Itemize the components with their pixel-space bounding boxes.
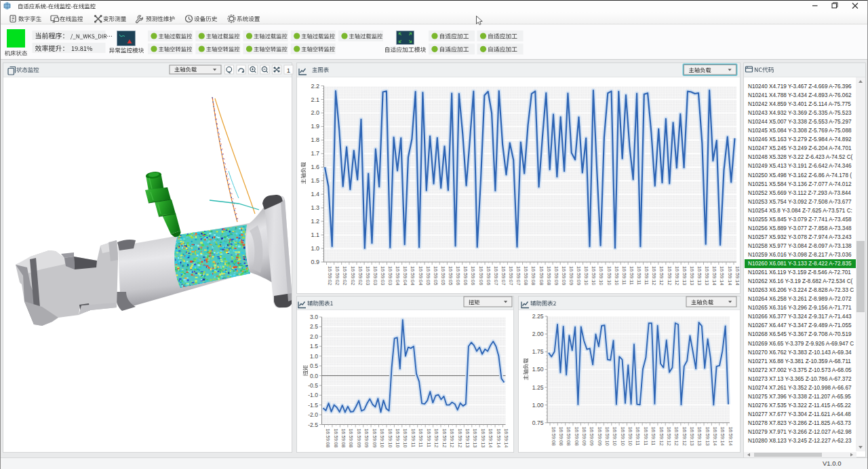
svg-text:16:59:13: 16:59:13 xyxy=(689,266,695,285)
svg-text:16:59:12: 16:59:12 xyxy=(667,266,673,285)
svg-text:2.00: 2.00 xyxy=(532,331,544,337)
svg-text:0.9: 0.9 xyxy=(311,259,319,265)
svg-text:16:59:14: 16:59:14 xyxy=(719,266,725,285)
svg-text:16:59:14: 16:59:14 xyxy=(712,427,718,446)
svg-text:16:59:10: 16:59:10 xyxy=(627,427,633,446)
svg-text:16:59:13: 16:59:13 xyxy=(465,429,471,448)
svg-text:16:59:14: 16:59:14 xyxy=(488,429,494,448)
svg-text:16:59:05: 16:59:05 xyxy=(433,266,439,285)
svg-text:16:59:07: 16:59:07 xyxy=(515,266,521,285)
svg-text:16:59:12: 16:59:12 xyxy=(673,427,679,446)
svg-text:-1.0: -1.0 xyxy=(308,392,318,398)
svg-text:16:59:06: 16:59:06 xyxy=(478,266,484,285)
svg-text:16:59:07: 16:59:07 xyxy=(500,266,507,285)
svg-text:1.2: 1.2 xyxy=(311,218,319,225)
svg-text:1.50: 1.50 xyxy=(532,366,544,373)
svg-text:0.0: 0.0 xyxy=(310,373,318,379)
svg-text:16:59:08: 16:59:08 xyxy=(340,429,347,448)
svg-text:16:59:06: 16:59:06 xyxy=(462,266,469,285)
svg-text:16:59:09: 16:59:09 xyxy=(576,266,582,285)
svg-text:16:59:05: 16:59:05 xyxy=(425,266,431,285)
svg-text:16:59:11: 16:59:11 xyxy=(650,427,656,445)
svg-text:16:59:06: 16:59:06 xyxy=(486,266,492,285)
svg-text:16:59:08: 16:59:08 xyxy=(538,266,545,285)
svg-text:1.5: 1.5 xyxy=(311,177,319,184)
svg-text:1.5: 1.5 xyxy=(310,343,318,350)
svg-text:16:59:12: 16:59:12 xyxy=(449,429,455,448)
svg-text:16:59:14: 16:59:14 xyxy=(503,429,509,448)
svg-text:16:59:03: 16:59:03 xyxy=(387,266,393,285)
svg-text:1.1: 1.1 xyxy=(311,231,319,238)
svg-text:16:59:02: 16:59:02 xyxy=(327,266,333,285)
svg-text:16:59:13: 16:59:13 xyxy=(689,427,695,446)
svg-text:16:59:11: 16:59:11 xyxy=(644,266,650,285)
svg-text:16:59:10: 16:59:10 xyxy=(395,429,401,448)
svg-text:16:59:07: 16:59:07 xyxy=(493,266,499,285)
svg-text:16:59:05: 16:59:05 xyxy=(440,266,446,285)
svg-text:2.5: 2.5 xyxy=(310,323,318,330)
svg-text:16:59:14: 16:59:14 xyxy=(734,266,741,285)
svg-text:16:59:10: 16:59:10 xyxy=(606,266,612,285)
svg-text:16:59:10: 16:59:10 xyxy=(620,427,626,446)
svg-text:16:59:11: 16:59:11 xyxy=(418,429,424,447)
svg-text:16:59:14: 16:59:14 xyxy=(728,427,734,446)
svg-text:16:59:12: 16:59:12 xyxy=(666,427,672,446)
svg-text:16:59:02: 16:59:02 xyxy=(350,266,356,285)
svg-text:16:59:08: 16:59:08 xyxy=(523,266,529,285)
svg-text:2.0: 2.0 xyxy=(310,333,318,340)
svg-text:16:59:03: 16:59:03 xyxy=(372,266,378,285)
svg-text:16:59:02: 16:59:02 xyxy=(334,266,340,285)
svg-text:16:59:09: 16:59:09 xyxy=(561,266,567,285)
svg-text:16:59:02: 16:59:02 xyxy=(357,266,363,285)
svg-text:16:59:12: 16:59:12 xyxy=(651,266,657,285)
svg-text:16:59:14: 16:59:14 xyxy=(727,266,733,285)
svg-text:16:59:11: 16:59:11 xyxy=(635,427,641,445)
svg-text:16:59:09: 16:59:09 xyxy=(581,427,587,446)
svg-text:16:59:08: 16:59:08 xyxy=(530,266,536,285)
svg-text:16:59:08: 16:59:08 xyxy=(325,429,331,448)
svg-text:16:59:12: 16:59:12 xyxy=(682,427,688,446)
svg-text:3.0: 3.0 xyxy=(310,314,318,320)
svg-text:16:59:10: 16:59:10 xyxy=(591,266,597,285)
svg-text:16:59:13: 16:59:13 xyxy=(705,427,711,446)
svg-text:2.1: 2.1 xyxy=(311,96,319,103)
svg-text:16:59:10: 16:59:10 xyxy=(379,429,385,448)
svg-text:1.0: 1.0 xyxy=(311,245,319,252)
svg-text:16:59:10: 16:59:10 xyxy=(583,266,589,285)
svg-text:16:59:12: 16:59:12 xyxy=(457,429,463,448)
svg-text:16:59:09: 16:59:09 xyxy=(568,266,574,285)
svg-text:16:59:14: 16:59:14 xyxy=(496,429,502,448)
svg-text:16:59:08: 16:59:08 xyxy=(558,427,564,446)
svg-text:16:59:07: 16:59:07 xyxy=(508,266,514,285)
svg-text:16:59:09: 16:59:09 xyxy=(553,266,559,285)
svg-text:1.25: 1.25 xyxy=(532,384,544,391)
svg-text:0.75: 0.75 xyxy=(532,419,544,426)
svg-text:16:59:13: 16:59:13 xyxy=(704,266,710,285)
svg-text:1.8: 1.8 xyxy=(311,136,319,143)
svg-text:16:59:09: 16:59:09 xyxy=(372,429,378,448)
svg-text:16:59:12: 16:59:12 xyxy=(658,266,665,285)
svg-text:16:59:11: 16:59:11 xyxy=(621,266,627,285)
svg-text:16:59:10: 16:59:10 xyxy=(402,429,408,448)
svg-text:16:59:03: 16:59:03 xyxy=(380,266,386,285)
svg-text:16:59:11: 16:59:11 xyxy=(426,429,432,447)
svg-text:16:59:06: 16:59:06 xyxy=(470,266,476,285)
svg-text:16:59:11: 16:59:11 xyxy=(629,266,635,285)
svg-text:-1.5: -1.5 xyxy=(308,402,318,409)
svg-text:1.6: 1.6 xyxy=(311,164,319,170)
svg-text:16:59:09: 16:59:09 xyxy=(589,427,595,446)
svg-text:16:59:10: 16:59:10 xyxy=(604,427,610,446)
svg-text:16:59:04: 16:59:04 xyxy=(402,266,408,285)
svg-text:16:59:08: 16:59:08 xyxy=(348,429,354,448)
svg-text:16:59:08: 16:59:08 xyxy=(551,427,557,446)
svg-text:16:59:08: 16:59:08 xyxy=(566,427,572,446)
svg-text:16:59:11: 16:59:11 xyxy=(636,266,642,285)
svg-text:16:59:04: 16:59:04 xyxy=(410,266,416,285)
svg-text:16:59:10: 16:59:10 xyxy=(612,427,618,446)
svg-text:16:59:10: 16:59:10 xyxy=(598,266,604,285)
svg-text:16:59:02: 16:59:02 xyxy=(342,266,348,285)
svg-text:16:59:13: 16:59:13 xyxy=(682,266,688,285)
svg-text:16:59:14: 16:59:14 xyxy=(711,266,717,285)
svg-text:16:59:04: 16:59:04 xyxy=(418,266,424,285)
svg-text:16:59:03: 16:59:03 xyxy=(365,266,371,285)
